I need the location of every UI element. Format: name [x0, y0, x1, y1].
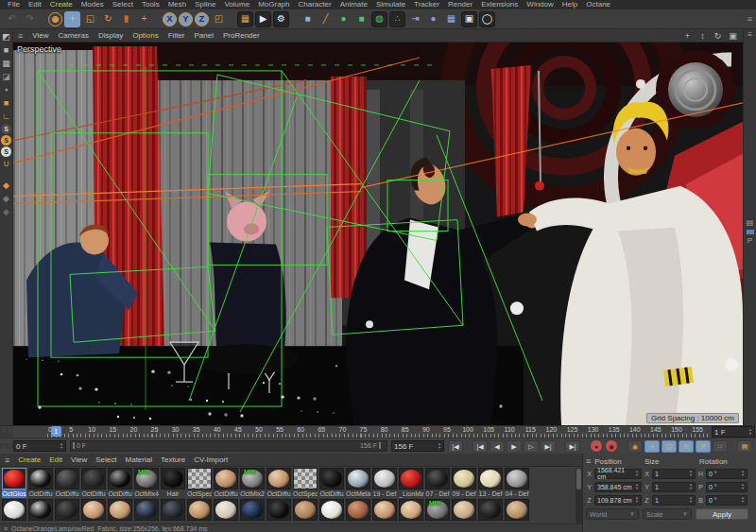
- camera-icon[interactable]: ▣: [461, 11, 477, 27]
- vp-menu-prorender[interactable]: ProRender: [223, 31, 260, 40]
- lock-z-icon[interactable]: Z: [195, 12, 209, 26]
- material-octdiffu[interactable]: OctDiffu: [213, 467, 239, 498]
- material-untitled[interactable]: MIX: [424, 498, 451, 521]
- position-x-field[interactable]: 1568.421 cm▲▼: [594, 469, 642, 479]
- mat-menu-material[interactable]: Material: [126, 455, 152, 464]
- tracker-arrow-icon[interactable]: ⇥: [407, 11, 423, 27]
- vp-menu-options[interactable]: Options: [132, 31, 159, 40]
- menu-simulate[interactable]: Simulate: [376, 0, 405, 9]
- material-untitled[interactable]: [266, 498, 292, 521]
- render-view-icon[interactable]: ▦: [237, 11, 253, 27]
- material-untitled[interactable]: [477, 498, 504, 521]
- range-end-marker[interactable]: 156 F: [360, 442, 381, 449]
- polygons-mode-icon[interactable]: ■: [0, 97, 12, 110]
- vp-menu-cameras[interactable]: Cameras: [58, 31, 88, 40]
- coords-menu-icon[interactable]: ≡: [586, 456, 591, 466]
- menu-tools[interactable]: Tools: [142, 0, 160, 9]
- objects-panel-icon[interactable]: ▤: [747, 219, 754, 227]
- mat-menu-cv-import[interactable]: CV-Import: [194, 455, 228, 464]
- render-picture-viewer-icon[interactable]: ▶: [255, 11, 271, 27]
- mat-menu-select[interactable]: Select: [95, 455, 116, 464]
- material-07-def[interactable]: 07 - Def: [424, 467, 451, 498]
- material-13-def[interactable]: 13 - Def: [477, 467, 504, 498]
- size-y-field[interactable]: 1▲▼: [652, 482, 696, 492]
- vp-menu-filter[interactable]: Filter: [168, 31, 185, 40]
- live-selection-icon[interactable]: ◉: [48, 12, 62, 26]
- prev-key-button[interactable]: |◀: [472, 440, 488, 453]
- snap-settings-icon[interactable]: S: [1, 146, 11, 157]
- key-parameter-button[interactable]: P: [696, 440, 711, 453]
- coord-system-icon[interactable]: ◰: [211, 11, 227, 27]
- menu-character[interactable]: Character: [299, 0, 332, 9]
- range-start-marker[interactable]: 0 F: [73, 442, 86, 449]
- material-untitled[interactable]: [345, 498, 371, 521]
- next-frame-button[interactable]: ▷: [524, 440, 539, 453]
- vp-menu-display[interactable]: Display: [98, 31, 123, 40]
- spline-pen-icon[interactable]: ╱: [318, 11, 334, 27]
- move-tool-icon[interactable]: +: [64, 11, 80, 27]
- simulate-icon[interactable]: ∴: [389, 11, 405, 27]
- goto-end-button[interactable]: ▶|: [565, 440, 580, 453]
- axis-mode-icon[interactable]: ∟: [0, 111, 12, 123]
- undo-icon[interactable]: ↶: [4, 11, 20, 27]
- menu-modes[interactable]: Modes: [81, 0, 104, 9]
- mat-menu-view[interactable]: View: [71, 455, 87, 464]
- spinner-arrows-icon[interactable]: ▲▼: [748, 428, 752, 435]
- menu-extensions[interactable]: Extensions: [481, 0, 518, 9]
- material-octdiffu[interactable]: OctDiffu: [107, 467, 133, 498]
- vp-zoom-icon[interactable]: ↕: [697, 31, 708, 41]
- light-icon[interactable]: ◯: [479, 11, 495, 27]
- rotation-h-field[interactable]: 0 °▲▼: [706, 469, 747, 479]
- material-octglos[interactable]: OctGlos: [1, 467, 27, 498]
- material-untitled[interactable]: [27, 498, 54, 521]
- material-octdiffu[interactable]: OctDiffu: [80, 467, 107, 498]
- material--lionma[interactable]: _LionMa: [398, 467, 424, 498]
- menu-select[interactable]: Select: [112, 0, 133, 9]
- record-keyframe-button[interactable]: ●: [590, 439, 603, 453]
- rotation-b-field[interactable]: 0 °▲▼: [706, 495, 747, 506]
- workplane-a-icon[interactable]: ◆: [0, 193, 12, 205]
- points-mode-icon[interactable]: ▪: [0, 84, 12, 96]
- volume-icon[interactable]: ■: [353, 11, 369, 27]
- field-icon[interactable]: ●: [425, 11, 441, 27]
- axis-tool-icon[interactable]: +: [136, 11, 152, 27]
- magnet-snap-icon[interactable]: ∪: [0, 158, 12, 170]
- viewport-menu-icon[interactable]: ≡: [18, 31, 23, 41]
- mat-menu-create[interactable]: Create: [18, 455, 41, 464]
- material-untitled[interactable]: [504, 498, 530, 521]
- menu-mesh[interactable]: Mesh: [168, 0, 187, 9]
- size-z-field[interactable]: 1▲▼: [652, 495, 696, 506]
- menu-animate[interactable]: Animate: [340, 0, 368, 9]
- lock-y-icon[interactable]: Y: [179, 12, 193, 26]
- timeline-ruler[interactable]: 0510152025303540455055606570758085909510…: [13, 426, 711, 438]
- render-settings-icon[interactable]: ⚙: [273, 11, 289, 27]
- range-end-spinner[interactable]: 156 F ▲▼: [391, 440, 444, 452]
- material-octspec[interactable]: OctSpec: [292, 467, 318, 498]
- material-menu-icon[interactable]: ≡: [5, 455, 9, 465]
- vp-rotate-icon[interactable]: ↻: [713, 31, 723, 41]
- scale-tool-icon[interactable]: ◱: [82, 11, 98, 27]
- material-octmix4[interactable]: MIXOctMix4: [133, 467, 160, 498]
- menu-create[interactable]: Create: [50, 0, 73, 9]
- position-y-field[interactable]: 358.845 cm▲▼: [594, 482, 642, 492]
- size-x-field[interactable]: 1▲▼: [652, 469, 696, 479]
- material-untitled[interactable]: [54, 498, 80, 521]
- menu-render[interactable]: Render: [448, 0, 472, 9]
- timeline-mode-button[interactable]: ▤: [737, 440, 752, 453]
- autokey-button[interactable]: ◉: [605, 439, 618, 453]
- menu-mograph[interactable]: MoGraph: [258, 0, 289, 9]
- material-scrollbar[interactable]: [576, 468, 582, 523]
- key-rotation-button[interactable]: ↻: [679, 440, 694, 453]
- menu-edit[interactable]: Edit: [28, 0, 42, 9]
- material-untitled[interactable]: [1, 498, 27, 521]
- material-octdiffu[interactable]: OctDiffu: [27, 467, 54, 498]
- scale-mode-dropdown[interactable]: Scale▼: [643, 508, 692, 520]
- workplane-mode-icon[interactable]: ◪: [0, 71, 12, 83]
- timeline-playhead[interactable]: 1: [51, 426, 61, 437]
- material-untitled[interactable]: [213, 498, 239, 521]
- goto-start-button[interactable]: |◀: [448, 440, 463, 453]
- viewport-snap-icon[interactable]: S: [1, 124, 11, 134]
- panel-menu-icon[interactable]: ≡: [747, 31, 752, 39]
- material-hair[interactable]: Hair: [160, 467, 186, 498]
- cloth-grid-icon[interactable]: ▦: [443, 11, 459, 27]
